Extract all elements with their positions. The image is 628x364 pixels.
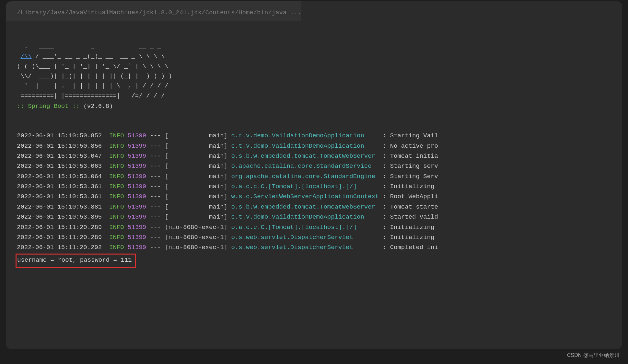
log-entry: 2022-06-01 15:11:20.292 INFO 51399 --- [… (17, 243, 622, 253)
log-logger: o.s.b.w.embedded.tomcat.TomcatWebServer (231, 203, 379, 210)
log-timestamp: 2022-06-01 15:10:53.361 (17, 183, 102, 190)
log-entry: 2022-06-01 15:10:53.361 INFO 51399 --- [… (17, 192, 622, 202)
log-message: : Tomcat initia (379, 153, 438, 160)
log-output: 2022-06-01 15:10:50.852 INFO 51399 --- [… (6, 131, 622, 268)
log-message: : Root WebAppli (379, 193, 438, 200)
banner-line-2b: / ___'_ __ _ _(_)_ __ __ _ \ \ \ \ (32, 53, 165, 60)
spring-boot-label: :: Spring Boot :: (17, 103, 80, 110)
spring-boot-version: (v2.6.8) (83, 103, 113, 110)
banner-line-2a (17, 53, 20, 60)
log-thread: [ main] (165, 183, 227, 190)
banner-line-5: ' |____| .__|_| |_|_| |_\__, | / / / / (17, 82, 168, 89)
log-timestamp: 2022-06-01 15:10:53.895 (17, 213, 102, 221)
log-timestamp: 2022-06-01 15:11:20.289 (17, 224, 102, 231)
log-level: INFO (109, 132, 124, 139)
log-logger: o.s.web.servlet.DispatcherServlet (231, 244, 379, 251)
log-pid: 51399 (128, 213, 146, 221)
log-thread: [nio-8080-exec-1] (165, 234, 227, 241)
log-message: : No active pro (379, 142, 438, 150)
log-logger: c.t.v.demo.VaildationDemoApplication (231, 213, 379, 221)
log-timestamp: 2022-06-01 15:10:53.881 (17, 203, 102, 210)
log-timestamp: 2022-06-01 15:11:20.289 (17, 234, 102, 241)
log-level: INFO (109, 203, 124, 210)
log-message: : Started Vaild (379, 213, 438, 221)
console-output[interactable]: /Library/Java/JavaVirtualMachines/jdk1.8… (6, 1, 622, 349)
log-level: INFO (109, 234, 124, 241)
log-entry: 2022-06-01 15:10:53.047 INFO 51399 --- [… (17, 151, 622, 161)
banner-line-4: \\/ ___)| |_)| | | | | || (_| | ) ) ) ) (17, 73, 172, 80)
banner-line-6: =========|_|==============|___/=/_/_/_/ (17, 92, 165, 99)
credentials-output: username = root, password = 111 (17, 256, 132, 264)
log-pid: 51399 (128, 153, 146, 160)
log-message: : Completed ini (379, 244, 438, 251)
log-entry: 2022-06-01 15:11:20.289 INFO 51399 --- [… (17, 222, 622, 233)
log-pid: 51399 (128, 163, 146, 170)
log-pid: 51399 (128, 142, 146, 150)
log-logger: c.t.v.demo.VaildationDemoApplication (231, 142, 379, 150)
log-message: : Starting Serv (379, 173, 438, 180)
log-entry: 2022-06-01 15:10:53.064 INFO 51399 --- [… (17, 172, 622, 182)
log-message: : Tomcat starte (379, 203, 438, 210)
banner-line-3: ( ( )\___ | '_ | '_| | '_ \/ _` | \ \ \ … (17, 63, 168, 70)
log-thread: [ main] (165, 213, 227, 221)
log-logger: org.apache.catalina.core.StandardEngine (231, 173, 379, 180)
log-thread: [ main] (165, 142, 227, 150)
log-timestamp: 2022-06-01 15:10:50.852 (17, 132, 102, 139)
log-level: INFO (109, 193, 124, 200)
log-thread: [ main] (165, 132, 227, 139)
log-timestamp: 2022-06-01 15:10:53.361 (17, 193, 102, 200)
log-message: : Initializing (379, 234, 438, 241)
log-thread: [ main] (165, 163, 227, 170)
csdn-watermark: CSDN @马里亚纳景川 (567, 351, 620, 354)
log-level: INFO (109, 224, 124, 231)
log-entry: 2022-06-01 15:10:53.895 INFO 51399 --- [… (17, 212, 622, 222)
log-timestamp: 2022-06-01 15:11:20.292 (17, 244, 102, 251)
log-level: INFO (109, 244, 124, 251)
log-pid: 51399 (128, 224, 146, 231)
log-thread: [ main] (165, 203, 227, 210)
highlighted-output: username = root, password = 111 (16, 254, 136, 268)
log-level: INFO (109, 173, 124, 180)
log-thread: [ main] (165, 153, 227, 160)
log-logger: o.a.c.c.C.[Tomcat].[localhost].[/] (231, 183, 379, 190)
log-logger: o.s.b.w.embedded.tomcat.TomcatWebServer (231, 153, 379, 160)
log-level: INFO (109, 213, 124, 221)
log-logger: o.apache.catalina.core.StandardService (231, 163, 379, 170)
log-level: INFO (109, 163, 124, 170)
log-thread: [nio-8080-exec-1] (165, 224, 227, 231)
log-pid: 51399 (128, 244, 146, 251)
log-pid: 51399 (128, 234, 146, 241)
log-logger: o.s.web.servlet.DispatcherServlet (231, 234, 379, 241)
spring-boot-banner: . ____ _ __ _ _ /\\ / ___'_ __ _ _(_)_ _… (6, 32, 622, 101)
log-timestamp: 2022-06-01 15:10:53.063 (17, 163, 102, 170)
log-message: : Initializing (379, 183, 438, 190)
log-entry: 2022-06-01 15:10:50.852 INFO 51399 --- [… (17, 131, 622, 141)
banner-link[interactable]: /\\ (20, 53, 31, 60)
log-entry: 2022-06-01 15:10:53.881 INFO 51399 --- [… (17, 202, 622, 212)
log-entry: 2022-06-01 15:11:20.289 INFO 51399 --- [… (17, 233, 622, 243)
log-pid: 51399 (128, 173, 146, 180)
log-level: INFO (109, 153, 124, 160)
log-level: INFO (109, 142, 124, 150)
log-logger: o.a.c.c.C.[Tomcat].[localhost].[/] (231, 224, 379, 231)
log-timestamp: 2022-06-01 15:10:50.856 (17, 142, 102, 150)
log-thread: [ main] (165, 193, 227, 200)
log-pid: 51399 (128, 193, 146, 200)
log-thread: [nio-8080-exec-1] (165, 244, 227, 251)
log-message: : Starting Vail (379, 132, 438, 139)
log-timestamp: 2022-06-01 15:10:53.047 (17, 153, 102, 160)
log-pid: 51399 (128, 203, 146, 210)
java-command-path: /Library/Java/JavaVirtualMachines/jdk1.8… (6, 1, 301, 21)
log-entry: 2022-06-01 15:10:50.856 INFO 51399 --- [… (17, 141, 622, 151)
spring-boot-version-line: :: Spring Boot :: (v2.6.8) (6, 101, 622, 111)
banner-line-1: . ____ _ __ _ _ (17, 43, 161, 50)
log-timestamp: 2022-06-01 15:10:53.064 (17, 173, 102, 180)
log-message: : Starting serv (379, 163, 438, 170)
log-message: : Initializing (379, 224, 438, 231)
log-pid: 51399 (128, 132, 146, 139)
log-entry: 2022-06-01 15:10:53.063 INFO 51399 --- [… (17, 161, 622, 171)
log-logger: w.s.c.ServletWebServerApplicationContext (231, 193, 379, 200)
log-thread: [ main] (165, 173, 227, 180)
log-logger: c.t.v.demo.VaildationDemoApplication (231, 132, 379, 139)
log-pid: 51399 (128, 183, 146, 190)
